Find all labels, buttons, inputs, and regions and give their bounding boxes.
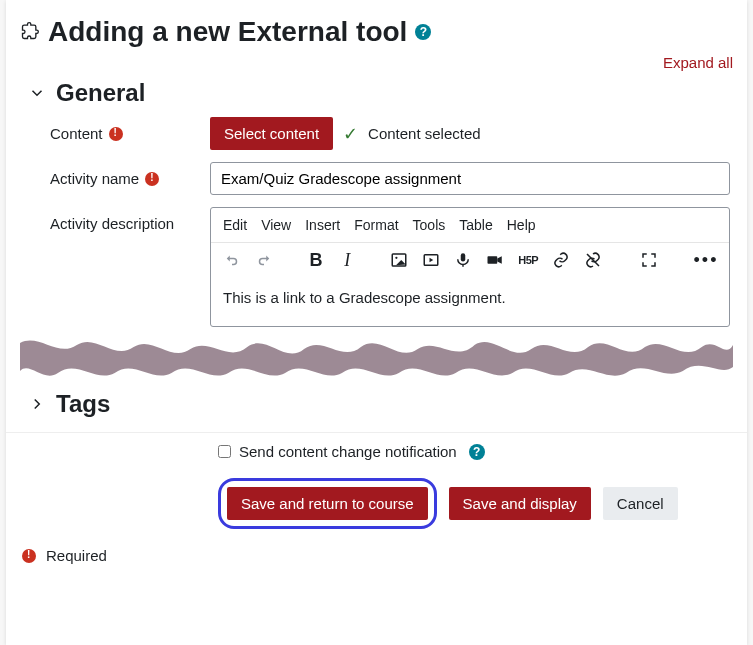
torn-separator	[20, 333, 733, 379]
editor-menu-insert[interactable]: Insert	[305, 217, 340, 233]
expand-all-link[interactable]: Expand all	[663, 54, 733, 71]
bold-icon[interactable]: B	[307, 249, 324, 271]
video-icon[interactable]	[422, 249, 440, 271]
svg-rect-4	[488, 256, 498, 264]
link-icon[interactable]	[552, 249, 570, 271]
svg-rect-3	[461, 253, 466, 261]
puzzle-icon	[20, 21, 40, 44]
microphone-icon[interactable]	[454, 249, 472, 271]
section-general-title: General	[56, 79, 145, 107]
required-label: Required	[46, 547, 107, 564]
record-video-icon[interactable]	[486, 249, 504, 271]
editor-menu-tools[interactable]: Tools	[413, 217, 446, 233]
editor-menu-edit[interactable]: Edit	[223, 217, 247, 233]
required-icon	[145, 172, 159, 186]
content-selected-status: Content selected	[368, 125, 481, 142]
save-return-button[interactable]: Save and return to course	[227, 487, 428, 520]
editor-body[interactable]: This is a link to a Gradescope assignmen…	[211, 277, 729, 326]
help-icon[interactable]: ?	[469, 444, 485, 460]
notify-label: Send content change notification	[239, 443, 457, 460]
save-display-button[interactable]: Save and display	[449, 487, 591, 520]
content-label: Content	[50, 125, 103, 142]
primary-action-highlight: Save and return to course	[218, 478, 437, 529]
activity-name-input[interactable]	[210, 162, 730, 195]
unlink-icon[interactable]	[584, 249, 602, 271]
chevron-down-icon[interactable]	[28, 84, 46, 102]
section-tags-title: Tags	[56, 390, 110, 418]
editor-menu-format[interactable]: Format	[354, 217, 398, 233]
editor-menu-help[interactable]: Help	[507, 217, 536, 233]
more-icon[interactable]: •••	[695, 249, 717, 271]
h5p-icon[interactable]: H5P	[518, 249, 538, 271]
richtext-editor: Edit View Insert Format Tools Table Help…	[210, 207, 730, 327]
cancel-button[interactable]: Cancel	[603, 487, 678, 520]
divider	[6, 432, 747, 433]
page-title: Adding a new External tool	[48, 16, 407, 48]
undo-icon[interactable]	[223, 249, 241, 271]
select-content-button[interactable]: Select content	[210, 117, 333, 150]
required-icon	[109, 127, 123, 141]
editor-menu-view[interactable]: View	[261, 217, 291, 233]
required-icon	[22, 549, 36, 563]
chevron-right-icon[interactable]	[28, 395, 46, 413]
fullscreen-icon[interactable]	[640, 249, 658, 271]
italic-icon[interactable]: I	[339, 249, 356, 271]
activity-description-label: Activity description	[50, 215, 174, 232]
redo-icon[interactable]	[255, 249, 273, 271]
activity-name-label: Activity name	[50, 170, 139, 187]
help-icon[interactable]: ?	[415, 24, 431, 40]
image-icon[interactable]	[390, 249, 408, 271]
notify-checkbox[interactable]	[218, 445, 231, 458]
editor-menu-table[interactable]: Table	[459, 217, 492, 233]
svg-point-1	[395, 257, 397, 259]
checkmark-icon: ✓	[343, 123, 358, 145]
